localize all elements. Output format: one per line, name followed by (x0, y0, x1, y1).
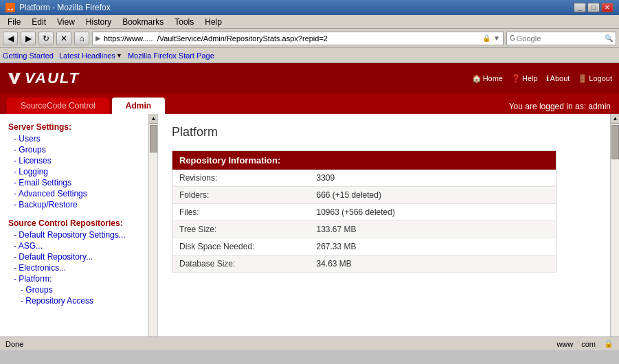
browser-content: VAULT 🏠 Home ❓ Help ℹ About 🚪 Logout (0, 63, 619, 350)
repository-info-table: Repository Information: Revisions: 3309 … (172, 150, 556, 273)
menu-help[interactable]: Help (200, 16, 227, 28)
address-input[interactable] (104, 34, 480, 43)
sidebar-item-default-repo-settings[interactable]: - Default Repository Settings... (0, 229, 139, 240)
sidebar-item-asg[interactable]: - ASG... (0, 240, 139, 251)
search-input[interactable] (517, 34, 603, 43)
sidebar-item-logging[interactable]: - Logging (0, 166, 139, 177)
sidebar: Server Settings: - Users - Groups - Lice… (0, 114, 158, 350)
repo-table-row: Files: 10963 (+566 deleted) (172, 204, 556, 221)
window-titlebar: 🦊 Platform - Mozilla Firefox _ □ ✕ (0, 0, 619, 15)
sidebar-item-platform-repo-access[interactable]: - Repository Access (0, 295, 139, 306)
repo-row-label: Tree Size: (172, 221, 310, 238)
search-bar: G 🔍 (506, 32, 616, 45)
help-header-icon: ❓ (511, 74, 521, 83)
sidebar-item-licenses[interactable]: - Licenses (0, 155, 139, 166)
repo-table-row: Disk Space Needed: 267.33 MB (172, 238, 556, 255)
minimize-button[interactable]: _ (574, 3, 586, 12)
vault-logo: VAULT (7, 69, 80, 87)
menu-history[interactable]: History (81, 16, 116, 28)
status-text: Done (5, 340, 23, 348)
repo-table-row: Database Size: 34.63 MB (172, 255, 556, 273)
menu-bookmarks[interactable]: Bookmarks (117, 16, 168, 28)
repo-table-row: Tree Size: 133.67 MB (172, 221, 556, 238)
repo-row-value: 3309 (310, 170, 556, 187)
window-controls: _ □ ✕ (574, 3, 614, 12)
stop-button[interactable]: ✕ (56, 32, 71, 45)
sidebar-item-email-settings[interactable]: - Email Settings (0, 177, 139, 188)
sidebar-scroll-up-button[interactable]: ▲ (149, 114, 158, 124)
sidebar-section-server-settings: Server Settings: (0, 120, 139, 133)
sidebar-scroll-thumb[interactable] (150, 125, 157, 152)
repo-row-label: Revisions: (172, 170, 310, 187)
window-title: Platform - Mozilla Firefox (19, 3, 111, 12)
address-go-icon: ▶ (95, 34, 101, 42)
statusbar-right: www com 🔒 (556, 339, 614, 348)
repo-row-value: 267.33 MB (310, 238, 556, 255)
statusbar: Done www com 🔒 (0, 337, 619, 350)
repo-row-value: 34.63 MB (310, 255, 556, 273)
home-button[interactable]: ⌂ (74, 32, 89, 45)
sidebar-item-users[interactable]: - Users (0, 133, 139, 144)
search-engine-icon: G (510, 34, 515, 42)
about-header-link[interactable]: ℹ About (546, 74, 570, 83)
repo-row-value: 133.67 MB (310, 221, 556, 238)
chevron-down-icon: ▼ (116, 52, 122, 59)
menubar: File Edit View History Bookmarks Tools H… (0, 15, 619, 29)
sidebar-section-repositories: Source Control Repositories: (0, 216, 139, 229)
main-scroll-thumb[interactable] (611, 125, 619, 159)
home-header-icon: 🏠 (472, 74, 482, 83)
repo-row-value: 10963 (+566 deleted) (310, 204, 556, 221)
app-header-links: 🏠 Home ❓ Help ℹ About 🚪 Logout (472, 74, 612, 83)
status-com: com (581, 340, 596, 348)
sidebar-item-default-repository[interactable]: - Default Repository... (0, 251, 139, 262)
menu-edit[interactable]: Edit (27, 16, 51, 28)
menu-tools[interactable]: Tools (170, 16, 199, 28)
address-dropdown-icon[interactable]: ▼ (493, 34, 500, 42)
sidebar-item-electronics[interactable]: - Electronics... (0, 262, 139, 273)
sidebar-item-platform-groups[interactable]: - Groups (0, 284, 139, 295)
vault-logo-text: VAULT (25, 69, 80, 87)
repo-table-row: Revisions: 3309 (172, 170, 556, 187)
menu-file[interactable]: File (3, 16, 25, 28)
maximize-button[interactable]: □ (587, 3, 600, 12)
logout-header-icon: 🚪 (578, 74, 587, 83)
page-title: Platform (172, 125, 596, 139)
sidebar-item-platform[interactable]: - Platform: (0, 273, 139, 284)
svg-marker-0 (8, 73, 21, 84)
toolbar: ◀ ▶ ↻ ✕ ⌂ ▶ 🔒 ▼ G 🔍 (0, 29, 619, 48)
address-bar: ▶ 🔒 ▼ (92, 32, 504, 45)
repo-table-row: Folders: 666 (+15 deleted) (172, 187, 556, 204)
repo-row-label: Folders: (172, 187, 310, 204)
sidebar-scrollbar: ▲ ▼ (148, 114, 157, 350)
page-layout: Server Settings: - Users - Groups - Lice… (0, 114, 619, 350)
sidebar-item-groups[interactable]: - Groups (0, 144, 139, 155)
home-header-link[interactable]: 🏠 Home (472, 74, 503, 83)
app-header: VAULT 🏠 Home ❓ Help ℹ About 🚪 Logout (0, 63, 619, 93)
bookmark-firefox-start[interactable]: Mozilla Firefox Start Page (128, 52, 214, 60)
status-www: www (556, 340, 573, 348)
repo-row-label: Disk Space Needed: (172, 238, 310, 255)
main-scroll-track (611, 124, 619, 341)
close-button[interactable]: ✕ (601, 3, 614, 12)
forward-button[interactable]: ▶ (21, 32, 36, 45)
sidebar-item-backup-restore[interactable]: - Backup/Restore (0, 199, 139, 210)
back-button[interactable]: ◀ (3, 32, 18, 45)
repo-row-label: Database Size: (172, 255, 310, 273)
login-status: You are logged in as: admin (501, 99, 619, 114)
tab-bar: SourceCode Control Admin You are logged … (0, 93, 619, 114)
logout-header-link[interactable]: 🚪 Logout (578, 74, 612, 83)
tab-sourcecode-control[interactable]: SourceCode Control (7, 98, 109, 114)
tab-admin[interactable]: Admin (112, 98, 165, 114)
help-header-link[interactable]: ❓ Help (511, 74, 538, 83)
bookmarks-bar: Getting Started Latest Headlines ▼ Mozil… (0, 48, 619, 63)
vault-v-icon (7, 71, 22, 86)
bookmark-getting-started[interactable]: Getting Started (3, 52, 54, 60)
app-icon: 🦊 (5, 3, 15, 12)
search-submit-icon[interactable]: 🔍 (605, 34, 613, 42)
reload-button[interactable]: ↻ (38, 32, 54, 45)
sidebar-item-advanced-settings[interactable]: - Advanced Settings (0, 188, 139, 199)
main-scroll-up-button[interactable]: ▲ (611, 114, 619, 124)
bookmark-latest-headlines[interactable]: Latest Headlines ▼ (59, 52, 122, 60)
status-ssl-icon: 🔒 (604, 339, 614, 348)
menu-view[interactable]: View (52, 16, 80, 28)
